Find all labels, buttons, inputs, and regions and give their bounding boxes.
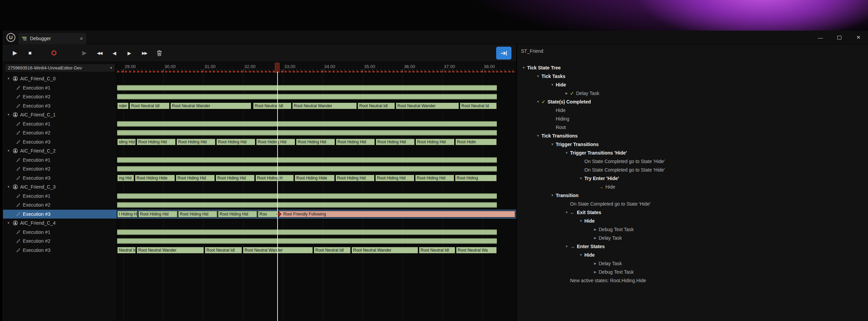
record-button[interactable] (47, 46, 60, 60)
expander-open-icon[interactable]: ▼ (6, 77, 11, 80)
expander-closed-icon[interactable]: ▶ (563, 92, 570, 95)
state-segment[interactable]: Root Hiding Hid (138, 211, 177, 218)
state-tree-row[interactable]: ▼Hide (517, 216, 868, 225)
state-segment[interactable]: Root Hiding Hid (256, 139, 295, 145)
expander-open-icon[interactable]: ▼ (535, 100, 541, 103)
execution-row[interactable]: Execution #3 (3, 174, 117, 183)
state-tree-row[interactable]: ▼Transition (517, 191, 868, 199)
expander-open-icon[interactable]: ▼ (563, 245, 570, 248)
resume-playback-button[interactable]: ▶ (78, 46, 91, 60)
state-segment[interactable]: Root Neutral Wander (351, 247, 418, 254)
execution-row[interactable]: Execution #1 (3, 156, 117, 165)
state-segment[interactable]: Root Hiding Hid (415, 139, 455, 145)
state-segment[interactable]: Root Neutral Idl (129, 102, 170, 109)
state-segment[interactable]: ing Hid (117, 175, 134, 181)
state-tree-row[interactable]: ▼Hide (517, 80, 868, 89)
state-segment[interactable]: Root Hiding Hid (376, 139, 415, 145)
state-segment[interactable]: Root Neutral Wander (243, 247, 313, 254)
tab-close-icon[interactable]: × (80, 36, 83, 42)
state-tree-row[interactable]: New active states: Root.Hiding.Hide (517, 276, 868, 285)
expander-open-icon[interactable]: ▼ (578, 219, 584, 223)
expander-open-icon[interactable]: ▼ (6, 113, 11, 116)
playhead-line[interactable] (277, 71, 278, 321)
instance-row[interactable]: ▼AIC_Friend_C_2 (3, 146, 117, 156)
tab-debugger[interactable]: Debugger × (18, 32, 87, 44)
execution-row[interactable]: Execution #1 (3, 119, 117, 129)
play-button[interactable]: ▶ (9, 46, 21, 60)
execution-row[interactable]: Execution #1 (3, 83, 117, 93)
state-segment[interactable]: Root Hidin (455, 139, 497, 145)
stop-button[interactable]: ■ (23, 46, 36, 60)
expander-open-icon[interactable]: ▼ (578, 177, 584, 180)
expander-open-icon[interactable]: ▼ (549, 194, 556, 197)
session-dropdown[interactable]: 2759693516-Win64-UnrealEditor-Dev ▾ (5, 64, 115, 72)
step-back-button[interactable]: ◀ (108, 46, 121, 60)
execution-bar[interactable] (117, 202, 497, 208)
state-segment[interactable]: Root Friendly Following (279, 211, 515, 218)
state-segment[interactable]: Root Neutral Wander (396, 102, 459, 109)
previous-frame-button[interactable]: ◀◀ (93, 46, 106, 60)
expander-open-icon[interactable]: ▼ (549, 143, 556, 146)
state-tree-row[interactable]: ▶✓Delay Task (517, 89, 868, 97)
execution-row[interactable]: Execution #1 (3, 192, 117, 201)
state-segment[interactable]: Root Hiding H (255, 175, 294, 181)
expander-open-icon[interactable]: ▼ (535, 134, 541, 138)
close-button[interactable]: ✕ (849, 31, 868, 44)
expander-open-icon[interactable]: ▼ (520, 66, 527, 69)
state-tree-row[interactable]: ▼Tick State Tree (517, 63, 868, 72)
state-segment[interactable]: Neutral Idl (117, 247, 136, 254)
execution-bar[interactable] (117, 94, 497, 99)
instance-row[interactable]: ▼AIC_Friend_C_4 (3, 219, 117, 228)
execution-row[interactable]: Execution #2 (3, 92, 117, 101)
state-tree-row[interactable]: On State Completed go to State 'Hide' (517, 199, 868, 208)
minimize-button[interactable]: — (811, 31, 830, 44)
expander-open-icon[interactable]: ▼ (535, 75, 541, 78)
state-segment[interactable]: Root Neutral Wander (292, 102, 357, 109)
execution-bar[interactable] (117, 157, 497, 163)
state-tree-row[interactable]: ▶Debug Text Task (517, 268, 868, 276)
next-frame-button[interactable]: ▶▶ (138, 46, 151, 60)
state-segment[interactable]: Root Hiding (455, 175, 497, 181)
expander-open-icon[interactable]: ▼ (563, 211, 570, 214)
state-tree-row[interactable]: Root (517, 123, 868, 131)
state-segment[interactable]: Root Neutral Wander (137, 247, 204, 254)
maximize-button[interactable] (830, 31, 849, 44)
execution-row[interactable]: Execution #2 (3, 164, 117, 174)
state-tree-row[interactable]: On State Completed go to State 'Hide' (517, 157, 868, 165)
clear-button[interactable] (153, 46, 166, 60)
execution-row[interactable]: Execution #3 (3, 101, 117, 111)
execution-bar[interactable] (117, 193, 497, 199)
state-tree-row[interactable]: →Hide (517, 182, 868, 191)
expander-closed-icon[interactable]: ▶ (592, 270, 599, 274)
execution-row[interactable]: Execution #2 (3, 200, 117, 210)
instance-row[interactable]: ▼AIC_Friend_C_3 (3, 182, 117, 192)
state-segment[interactable]: Root Hiding Hid (218, 211, 257, 218)
jump-to-latest-button[interactable] (496, 47, 511, 60)
execution-row[interactable]: Execution #2 (3, 128, 117, 138)
state-tree-row[interactable]: On State Completed go to State 'Hide' (517, 165, 868, 174)
state-segment[interactable]: Root Hiding Hide (295, 175, 335, 181)
execution-bar[interactable] (117, 121, 497, 127)
state-tree-row[interactable]: ▶Debug Text Task (517, 225, 868, 234)
instance-row[interactable]: ▼AIC_Friend_C_1 (3, 110, 117, 119)
expander-open-icon[interactable]: ▼ (549, 83, 556, 86)
execution-bar[interactable] (117, 130, 497, 135)
execution-row[interactable]: Execution #2 (3, 237, 117, 246)
state-segment[interactable]: iding Hid (117, 139, 136, 145)
state-segment[interactable]: Root Neutral Idl (253, 102, 291, 109)
state-segment[interactable]: t Hiding Hid (117, 211, 138, 218)
execution-row[interactable]: Execution #1 (3, 228, 117, 237)
execution-bar[interactable] (117, 166, 497, 172)
state-segment[interactable]: Root Hiding Hid (375, 175, 414, 181)
state-segment[interactable]: Root Hiding Hid (296, 139, 335, 145)
state-segment[interactable]: Root Neutral Idl (205, 247, 242, 254)
state-tree-row[interactable]: ▼Tick Tasks (517, 72, 868, 80)
expander-open-icon[interactable]: ▼ (6, 221, 11, 225)
instance-row[interactable]: ▼AIC_Friend_C_0 (3, 74, 117, 83)
timeline-panel[interactable]: 29.0030.0031.0032.0033.0034.0035.0036.00… (117, 62, 516, 321)
execution-row[interactable]: Execution #3 (3, 210, 117, 219)
state-segment[interactable]: Root Hiding Hid (176, 175, 215, 181)
state-tree-row[interactable]: ▼Tick Transitions (517, 131, 868, 140)
state-tree-row[interactable]: Hide (517, 106, 868, 114)
execution-bar[interactable] (117, 85, 497, 91)
